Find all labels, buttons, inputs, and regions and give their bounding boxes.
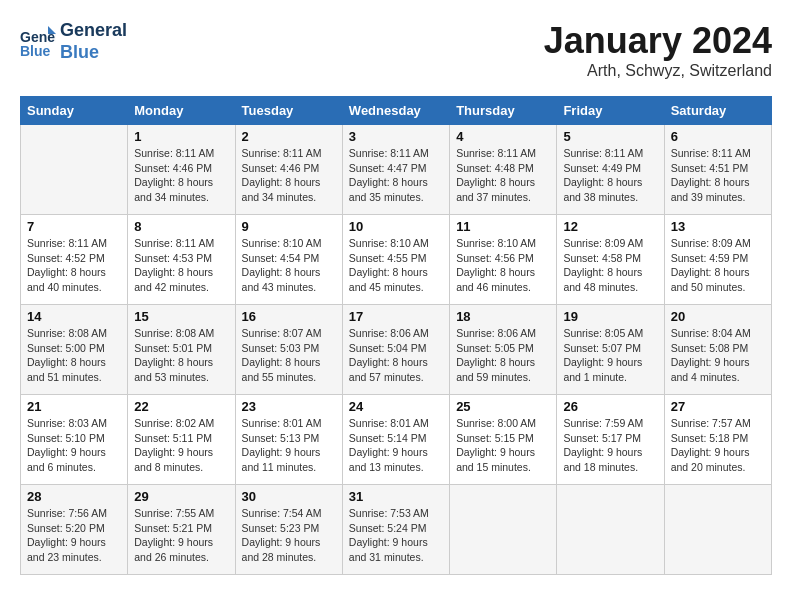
calendar-cell: 26Sunrise: 7:59 AMSunset: 5:17 PMDayligh… (557, 395, 664, 485)
day-number: 14 (27, 309, 121, 324)
calendar-cell: 27Sunrise: 7:57 AMSunset: 5:18 PMDayligh… (664, 395, 771, 485)
calendar-cell: 9Sunrise: 8:10 AMSunset: 4:54 PMDaylight… (235, 215, 342, 305)
day-info: Sunrise: 7:59 AMSunset: 5:17 PMDaylight:… (563, 416, 657, 475)
calendar-week-2: 7Sunrise: 8:11 AMSunset: 4:52 PMDaylight… (21, 215, 772, 305)
day-number: 30 (242, 489, 336, 504)
calendar-cell (664, 485, 771, 575)
calendar-cell: 8Sunrise: 8:11 AMSunset: 4:53 PMDaylight… (128, 215, 235, 305)
calendar-cell: 31Sunrise: 7:53 AMSunset: 5:24 PMDayligh… (342, 485, 449, 575)
calendar-cell: 23Sunrise: 8:01 AMSunset: 5:13 PMDayligh… (235, 395, 342, 485)
day-info: Sunrise: 8:02 AMSunset: 5:11 PMDaylight:… (134, 416, 228, 475)
calendar-cell: 19Sunrise: 8:05 AMSunset: 5:07 PMDayligh… (557, 305, 664, 395)
column-header-friday: Friday (557, 97, 664, 125)
calendar-cell: 20Sunrise: 8:04 AMSunset: 5:08 PMDayligh… (664, 305, 771, 395)
day-info: Sunrise: 7:53 AMSunset: 5:24 PMDaylight:… (349, 506, 443, 565)
day-number: 12 (563, 219, 657, 234)
day-number: 29 (134, 489, 228, 504)
day-number: 27 (671, 399, 765, 414)
day-number: 23 (242, 399, 336, 414)
day-info: Sunrise: 7:57 AMSunset: 5:18 PMDaylight:… (671, 416, 765, 475)
day-info: Sunrise: 8:11 AMSunset: 4:49 PMDaylight:… (563, 146, 657, 205)
day-number: 5 (563, 129, 657, 144)
calendar-cell: 22Sunrise: 8:02 AMSunset: 5:11 PMDayligh… (128, 395, 235, 485)
day-info: Sunrise: 8:10 AMSunset: 4:55 PMDaylight:… (349, 236, 443, 295)
day-number: 9 (242, 219, 336, 234)
calendar-cell: 3Sunrise: 8:11 AMSunset: 4:47 PMDaylight… (342, 125, 449, 215)
day-number: 18 (456, 309, 550, 324)
day-info: Sunrise: 8:11 AMSunset: 4:46 PMDaylight:… (134, 146, 228, 205)
calendar-cell: 28Sunrise: 7:56 AMSunset: 5:20 PMDayligh… (21, 485, 128, 575)
calendar-cell: 6Sunrise: 8:11 AMSunset: 4:51 PMDaylight… (664, 125, 771, 215)
calendar-cell: 10Sunrise: 8:10 AMSunset: 4:55 PMDayligh… (342, 215, 449, 305)
calendar-cell: 13Sunrise: 8:09 AMSunset: 4:59 PMDayligh… (664, 215, 771, 305)
day-number: 10 (349, 219, 443, 234)
day-number: 17 (349, 309, 443, 324)
column-header-thursday: Thursday (450, 97, 557, 125)
title-block: January 2024 Arth, Schwyz, Switzerland (544, 20, 772, 80)
calendar-cell: 25Sunrise: 8:00 AMSunset: 5:15 PMDayligh… (450, 395, 557, 485)
day-number: 7 (27, 219, 121, 234)
day-number: 24 (349, 399, 443, 414)
day-number: 31 (349, 489, 443, 504)
day-info: Sunrise: 7:55 AMSunset: 5:21 PMDaylight:… (134, 506, 228, 565)
calendar-cell (21, 125, 128, 215)
calendar-week-3: 14Sunrise: 8:08 AMSunset: 5:00 PMDayligh… (21, 305, 772, 395)
day-number: 3 (349, 129, 443, 144)
column-header-saturday: Saturday (664, 97, 771, 125)
day-info: Sunrise: 8:11 AMSunset: 4:53 PMDaylight:… (134, 236, 228, 295)
logo-text: General Blue (60, 20, 127, 63)
calendar-cell: 21Sunrise: 8:03 AMSunset: 5:10 PMDayligh… (21, 395, 128, 485)
day-number: 2 (242, 129, 336, 144)
column-header-sunday: Sunday (21, 97, 128, 125)
calendar-cell: 5Sunrise: 8:11 AMSunset: 4:49 PMDaylight… (557, 125, 664, 215)
day-info: Sunrise: 8:09 AMSunset: 4:58 PMDaylight:… (563, 236, 657, 295)
day-info: Sunrise: 8:05 AMSunset: 5:07 PMDaylight:… (563, 326, 657, 385)
calendar-week-5: 28Sunrise: 7:56 AMSunset: 5:20 PMDayligh… (21, 485, 772, 575)
calendar-cell: 16Sunrise: 8:07 AMSunset: 5:03 PMDayligh… (235, 305, 342, 395)
calendar-cell: 30Sunrise: 7:54 AMSunset: 5:23 PMDayligh… (235, 485, 342, 575)
day-number: 8 (134, 219, 228, 234)
calendar-cell: 12Sunrise: 8:09 AMSunset: 4:58 PMDayligh… (557, 215, 664, 305)
day-number: 26 (563, 399, 657, 414)
day-info: Sunrise: 8:01 AMSunset: 5:14 PMDaylight:… (349, 416, 443, 475)
day-info: Sunrise: 8:10 AMSunset: 4:56 PMDaylight:… (456, 236, 550, 295)
calendar-cell: 18Sunrise: 8:06 AMSunset: 5:05 PMDayligh… (450, 305, 557, 395)
day-info: Sunrise: 8:11 AMSunset: 4:52 PMDaylight:… (27, 236, 121, 295)
day-info: Sunrise: 8:03 AMSunset: 5:10 PMDaylight:… (27, 416, 121, 475)
day-number: 6 (671, 129, 765, 144)
calendar-week-4: 21Sunrise: 8:03 AMSunset: 5:10 PMDayligh… (21, 395, 772, 485)
calendar-cell: 24Sunrise: 8:01 AMSunset: 5:14 PMDayligh… (342, 395, 449, 485)
day-number: 4 (456, 129, 550, 144)
day-number: 25 (456, 399, 550, 414)
calendar-table: SundayMondayTuesdayWednesdayThursdayFrid… (20, 96, 772, 575)
calendar-cell (557, 485, 664, 575)
svg-text:Blue: Blue (20, 43, 51, 59)
day-info: Sunrise: 8:09 AMSunset: 4:59 PMDaylight:… (671, 236, 765, 295)
day-info: Sunrise: 8:06 AMSunset: 5:04 PMDaylight:… (349, 326, 443, 385)
column-header-tuesday: Tuesday (235, 97, 342, 125)
calendar-cell: 14Sunrise: 8:08 AMSunset: 5:00 PMDayligh… (21, 305, 128, 395)
day-number: 20 (671, 309, 765, 324)
column-header-wednesday: Wednesday (342, 97, 449, 125)
day-info: Sunrise: 7:56 AMSunset: 5:20 PMDaylight:… (27, 506, 121, 565)
calendar-header-row: SundayMondayTuesdayWednesdayThursdayFrid… (21, 97, 772, 125)
day-info: Sunrise: 8:08 AMSunset: 5:00 PMDaylight:… (27, 326, 121, 385)
day-number: 11 (456, 219, 550, 234)
calendar-cell: 1Sunrise: 8:11 AMSunset: 4:46 PMDaylight… (128, 125, 235, 215)
day-number: 15 (134, 309, 228, 324)
calendar-body: 1Sunrise: 8:11 AMSunset: 4:46 PMDaylight… (21, 125, 772, 575)
day-info: Sunrise: 8:04 AMSunset: 5:08 PMDaylight:… (671, 326, 765, 385)
day-info: Sunrise: 8:11 AMSunset: 4:46 PMDaylight:… (242, 146, 336, 205)
logo: General Blue General Blue (20, 20, 127, 63)
day-info: Sunrise: 8:08 AMSunset: 5:01 PMDaylight:… (134, 326, 228, 385)
day-info: Sunrise: 8:11 AMSunset: 4:48 PMDaylight:… (456, 146, 550, 205)
calendar-cell: 17Sunrise: 8:06 AMSunset: 5:04 PMDayligh… (342, 305, 449, 395)
day-number: 22 (134, 399, 228, 414)
day-number: 13 (671, 219, 765, 234)
month-title: January 2024 (544, 20, 772, 62)
day-info: Sunrise: 8:11 AMSunset: 4:51 PMDaylight:… (671, 146, 765, 205)
calendar-cell (450, 485, 557, 575)
day-number: 21 (27, 399, 121, 414)
day-number: 1 (134, 129, 228, 144)
calendar-week-1: 1Sunrise: 8:11 AMSunset: 4:46 PMDaylight… (21, 125, 772, 215)
